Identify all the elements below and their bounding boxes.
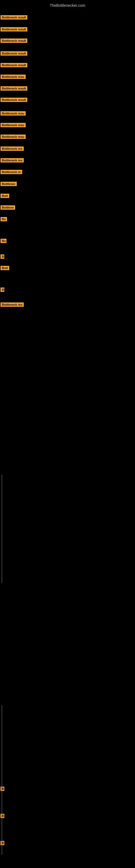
bottleneck-badge-19: B: [1, 254, 4, 259]
badge-container-6: Bottleneck result: [1, 86, 27, 92]
badge-container-10: Bottleneck resu: [1, 134, 26, 140]
bottleneck-badge-2: Bottleneck result: [1, 38, 27, 43]
bottleneck-badge-21: B: [1, 287, 4, 292]
bottleneck-badge-7: Bottleneck result: [1, 98, 27, 102]
bottleneck-badge-9: Bottleneck resu: [1, 123, 26, 127]
bottleneck-badge-30: B: [1, 814, 4, 818]
badge-container-9: Bottleneck resu: [1, 123, 26, 128]
bottleneck-badge-15: Bott: [1, 194, 9, 198]
bottleneck-badge-0: Bottleneck result: [1, 15, 27, 20]
badge-container-3: Bottleneck result: [1, 51, 27, 57]
badge-container-22: Bottleneck res: [1, 303, 24, 308]
badge-container-4: Bottleneck result: [1, 63, 27, 68]
bottleneck-badge-18: Bo: [1, 239, 6, 243]
bottleneck-badge-1: Bottleneck result: [1, 27, 27, 31]
bottleneck-badge-8: Bottleneck resu: [1, 111, 26, 116]
badge-container-13: Bottleneck re: [1, 170, 22, 175]
badge-container-17: Bo: [1, 217, 7, 222]
bottleneck-badge-31: B: [1, 841, 4, 845]
badge-container-16: Bottlene: [1, 205, 15, 211]
bottleneck-badge-22: Bottleneck res: [1, 303, 24, 307]
badge-container-12: Bottleneck res: [1, 158, 24, 163]
badge-container-31: B: [1, 841, 4, 846]
site-title: TheBottlenecker.com: [0, 2, 135, 9]
badge-container-18: Bo: [1, 239, 6, 244]
badge-container-2: Bottleneck result: [1, 38, 27, 44]
badge-container-1: Bottleneck result: [1, 27, 27, 33]
badge-container-8: Bottleneck resu: [1, 111, 26, 117]
badge-container-5: Bottleneck resu: [1, 74, 26, 80]
bottleneck-badge-17: Bo: [1, 217, 7, 221]
bottleneck-badge-11: Bottleneck res: [1, 147, 24, 151]
badge-container-11: Bottleneck res: [1, 147, 24, 152]
bottleneck-badge-14: Bottlenec: [1, 182, 17, 186]
badge-container-0: Bottleneck result: [1, 15, 27, 21]
badge-container-7: Bottleneck result: [1, 98, 27, 103]
bottleneck-badge-12: Bottleneck res: [1, 158, 24, 162]
bottleneck-badge-13: Bottleneck re: [1, 170, 22, 174]
bottleneck-badge-10: Bottleneck resu: [1, 134, 26, 139]
vertical-line-0: [2, 475, 2, 583]
bottleneck-badge-4: Bottleneck result: [1, 63, 27, 67]
bottleneck-badge-5: Bottleneck resu: [1, 74, 26, 79]
badge-container-29: B: [1, 786, 4, 792]
bottleneck-badge-16: Bottlene: [1, 205, 15, 210]
badge-container-15: Bott: [1, 194, 9, 199]
bottleneck-badge-6: Bottleneck result: [1, 86, 27, 91]
badge-container-14: Bottlenec: [1, 182, 17, 187]
badge-container-21: B: [1, 287, 4, 293]
bottleneck-badge-20: Bott: [1, 266, 9, 270]
bottleneck-badge-29: B: [1, 786, 4, 791]
badge-container-20: Bott: [1, 266, 9, 271]
badge-container-30: B: [1, 814, 4, 819]
badge-container-19: B: [1, 254, 4, 260]
bottleneck-badge-3: Bottleneck result: [1, 51, 27, 56]
vertical-line-1: [2, 705, 2, 855]
